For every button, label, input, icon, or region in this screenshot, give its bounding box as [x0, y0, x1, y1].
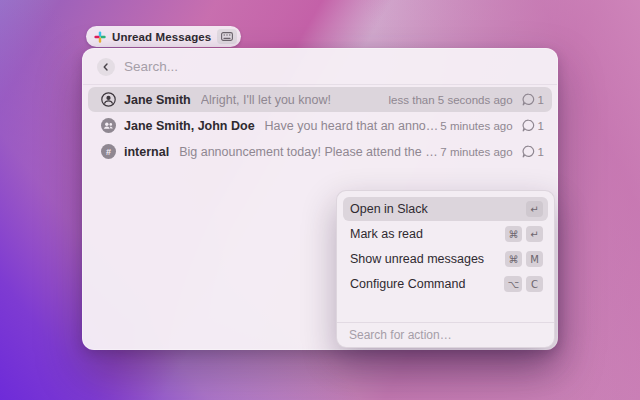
option-key-badge: ⌥ [504, 276, 522, 292]
action-menu: Open in Slack ↵ Mark as read ⌘ ↵ Show un… [336, 190, 555, 348]
search-input[interactable] [124, 59, 543, 74]
command-pill[interactable]: Unread Messages [86, 26, 241, 47]
unread-count: 1 [538, 120, 544, 132]
message-preview: Have you heard that an announcement is c… [265, 119, 441, 133]
unread-count: 1 [538, 94, 544, 106]
message-sender: internal [124, 145, 169, 159]
message-timestamp: 7 minutes ago [440, 146, 512, 158]
command-pill-label: Unread Messages [112, 31, 211, 43]
message-sender: Jane Smith [124, 93, 191, 107]
command-key-badge: ⌘ [505, 251, 522, 267]
command-key-badge: ⌘ [505, 226, 522, 242]
action-search-bar [337, 322, 554, 347]
action-item-mark-as-read[interactable]: Mark as read ⌘ ↵ [343, 222, 548, 246]
action-item-open-in-slack[interactable]: Open in Slack ↵ [343, 197, 548, 221]
return-key-badge: ↵ [526, 201, 543, 217]
message-sender: Jane Smith, John Doe [124, 119, 255, 133]
chevron-left-icon [102, 63, 110, 71]
m-key-badge: M [526, 251, 543, 267]
people-circle-icon [101, 118, 116, 133]
message-row-jane-smith-john-doe[interactable]: Jane Smith, John Doe Have you heard that… [88, 113, 552, 138]
chat-bubble-icon [522, 93, 535, 106]
chat-bubble-icon [522, 119, 535, 132]
action-item-show-unread-messages[interactable]: Show unread messages ⌘ M [343, 247, 548, 271]
slack-icon [94, 31, 106, 43]
return-key-badge: ↵ [526, 226, 543, 242]
message-row-jane-smith[interactable]: Jane Smith Alright, I'll let you know! l… [88, 87, 552, 112]
keyboard-icon[interactable] [217, 29, 237, 44]
action-item-configure-command[interactable]: Configure Command ⌥ C [343, 272, 548, 296]
channel-hash-icon: # [101, 144, 116, 159]
chat-bubble-icon [522, 145, 535, 158]
action-search-input[interactable] [349, 328, 542, 342]
unread-count: 1 [538, 146, 544, 158]
message-list: Jane Smith Alright, I'll let you know! l… [88, 87, 552, 165]
message-timestamp: less than 5 seconds ago [389, 94, 513, 106]
message-preview: Alright, I'll let you know! [201, 93, 331, 107]
c-key-badge: C [526, 276, 543, 292]
action-menu-items: Open in Slack ↵ Mark as read ⌘ ↵ Show un… [343, 197, 548, 297]
message-row-internal[interactable]: # internal Big announcement today! Pleas… [88, 139, 552, 164]
message-preview: Big announcement today! Please attend th… [179, 145, 440, 159]
back-button[interactable] [97, 58, 115, 76]
message-timestamp: 5 minutes ago [440, 120, 512, 132]
search-bar [83, 49, 557, 85]
person-circle-icon [101, 92, 116, 107]
